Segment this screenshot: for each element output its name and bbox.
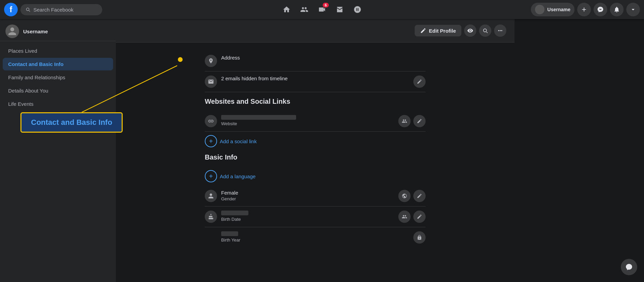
add-button[interactable]: [577, 3, 591, 16]
more-options-button[interactable]: [494, 24, 506, 37]
friends-nav-button[interactable]: [296, 1, 312, 18]
notifications-button[interactable]: [610, 3, 624, 16]
email-value: 2 emails hidden from timeline: [221, 76, 409, 81]
svg-line-0: [82, 65, 177, 112]
globe-icon: [402, 193, 407, 199]
address-row: Address: [205, 51, 426, 71]
annotation-overlay: Contact and Basic Info: [20, 112, 123, 133]
website-url-blurred: [221, 115, 296, 120]
birth-date-actions: [398, 211, 426, 223]
search-bar[interactable]: [20, 4, 102, 15]
right-panel: [515, 19, 644, 282]
fb-logo-text: f: [10, 5, 12, 14]
groups-nav-button[interactable]: [349, 1, 366, 18]
home-icon: [282, 5, 291, 14]
birth-year-actions: [413, 231, 426, 244]
groups-icon: [353, 5, 362, 14]
gender-icon: [205, 190, 217, 202]
website-actions: [398, 115, 426, 127]
address-icon: [205, 55, 217, 67]
nav-left: f: [4, 3, 120, 16]
view-button[interactable]: [464, 24, 476, 37]
email-text: 2 emails hidden from timeline: [221, 76, 409, 81]
nav-right: Username: [524, 3, 640, 16]
chat-icon: [625, 263, 633, 271]
email-edit-button[interactable]: [413, 76, 426, 88]
facebook-logo[interactable]: f: [4, 3, 18, 16]
user-display-name: Username: [547, 7, 570, 12]
gender-value: Female: [221, 190, 394, 196]
eye-icon: [467, 28, 473, 34]
birth-date-text: Birth Date: [221, 211, 394, 222]
marketplace-nav-button[interactable]: [332, 1, 348, 18]
messenger-icon: [597, 6, 604, 13]
add-language-link[interactable]: + Add a language: [205, 167, 426, 186]
profile-avatar: [5, 24, 19, 38]
chevron-down-icon: [630, 6, 637, 13]
pencil-gender-icon: [417, 193, 422, 199]
main-content: Edit Profile: [116, 19, 515, 282]
gender-privacy-button[interactable]: [398, 190, 411, 202]
add-social-icon: +: [205, 135, 217, 147]
birth-year-text: Birth Year: [221, 231, 409, 243]
search-toolbar-icon: [482, 28, 488, 34]
add-social-label: Add a social link: [220, 138, 257, 144]
email-actions: [413, 76, 426, 88]
marketplace-icon: [336, 5, 344, 14]
website-row: Website: [205, 111, 426, 132]
annotation-line-svg: [41, 61, 177, 116]
birth-date-value-blurred: [221, 211, 248, 215]
video-badge: 6: [323, 3, 329, 7]
annotation-label: Contact and Basic Info: [31, 118, 112, 127]
birth-year-row: Birth Year: [205, 227, 426, 248]
pencil-icon: [420, 28, 426, 34]
search-toolbar-button[interactable]: [479, 24, 491, 37]
sidebar-item-places-lived[interactable]: Places Lived: [3, 45, 113, 57]
chat-button[interactable]: [621, 259, 637, 275]
lock-icon: [417, 235, 422, 240]
plus-icon: [581, 6, 587, 13]
gender-edit-button[interactable]: [413, 190, 426, 202]
website-edit-button[interactable]: [413, 115, 426, 127]
annotation-dot: [178, 57, 183, 62]
bell-icon: [613, 6, 620, 13]
email-row: 2 emails hidden from timeline: [205, 71, 426, 92]
account-menu-button[interactable]: [626, 3, 640, 16]
add-social-link[interactable]: + Add a social link: [205, 132, 426, 151]
birth-date-privacy-button[interactable]: [398, 211, 411, 223]
edit-profile-label: Edit Profile: [429, 28, 456, 34]
add-language-label: Add a language: [220, 173, 256, 179]
birth-year-privacy-button[interactable]: [413, 231, 426, 244]
website-privacy-button[interactable]: [398, 115, 411, 127]
birthday-icon: [205, 211, 217, 223]
search-input[interactable]: [33, 7, 97, 13]
profile-toolbar: Edit Profile: [116, 19, 515, 43]
top-navigation: f 6: [0, 0, 644, 19]
user-account-pill[interactable]: Username: [531, 3, 574, 16]
basic-info-section-title: Basic Info: [205, 153, 426, 161]
profile-strip: Username: [0, 19, 116, 41]
website-label: Website: [221, 121, 394, 126]
add-language-icon: +: [205, 170, 217, 182]
messenger-button[interactable]: [594, 3, 607, 16]
pencil-birth-icon: [417, 214, 422, 219]
gender-label: Gender: [221, 196, 394, 201]
nav-center: 6: [120, 1, 524, 18]
address-value: Address: [221, 55, 426, 61]
profile-name: Username: [23, 29, 48, 34]
user-avatar-small: [535, 5, 545, 14]
birth-year-value-blurred: [221, 231, 238, 236]
main-layout: Username Places Lived Contact and Basic …: [0, 19, 644, 282]
birth-date-label: Birth Date: [221, 217, 394, 222]
birth-date-row: Birth Date: [205, 206, 426, 227]
gender-text: Female Gender: [221, 190, 394, 201]
address-text: Address: [221, 55, 426, 61]
birth-date-edit-button[interactable]: [413, 211, 426, 223]
friends-icon: [300, 5, 308, 14]
left-sidebar: Username Places Lived Contact and Basic …: [0, 19, 116, 282]
home-nav-button[interactable]: [278, 1, 295, 18]
video-nav-button[interactable]: 6: [314, 1, 330, 18]
gender-row: Female Gender: [205, 186, 426, 206]
edit-profile-button[interactable]: Edit Profile: [415, 25, 461, 36]
search-icon: [25, 7, 31, 12]
